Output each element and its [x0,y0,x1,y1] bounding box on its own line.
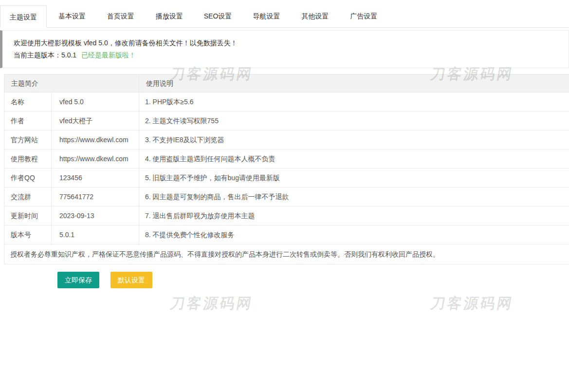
row-value: 775641772 [52,187,139,206]
table-row: 更新时间 2023-09-13 7. 退出售后群即视为放弃使用本主题 [4,206,569,225]
header-usage-notes: 使用说明 [139,75,569,93]
row-label: 版本号 [4,225,52,244]
tab-home-settings[interactable]: 首页设置 [97,5,144,27]
watermark-text: 刀客源码网 [168,294,255,314]
row-label: 名称 [4,93,52,112]
action-buttons: 立即保存 默认设置 [57,272,569,288]
row-label: 作者QQ [4,168,52,187]
row-label: 官方网站 [4,131,52,149]
row-value: 5.0.1 [52,225,139,244]
row-label: 作者 [4,112,52,131]
tab-other-settings[interactable]: 其他设置 [292,5,338,27]
row-instruction: 8. 不提供免费个性化修改服务 [139,225,569,244]
table-row: 作者 vfed大橙子 2. 主题文件读写权限755 [4,112,569,131]
copyright-notice: 授权者务必尊重知识产权，严格保证不恶意传播产品源码、不得直接对授权的产品本身进行… [4,244,569,264]
welcome-notice: 欢迎使用大橙影视模板 vfed 5.0，修改前请备份相关文件！以免数据丢失！ 当… [0,30,569,68]
table-row: 使用教程 https://www.dkewl.com 4. 使用盗版主题遇到任何… [4,149,569,168]
row-value: 123456 [52,168,139,187]
row-instruction: 4. 使用盗版主题遇到任何问题本人概不负责 [139,149,569,168]
save-button[interactable]: 立即保存 [57,272,99,288]
tab-play-settings[interactable]: 播放设置 [146,5,193,27]
tab-ad-settings[interactable]: 广告设置 [340,5,387,27]
default-settings-button[interactable]: 默认设置 [110,272,152,288]
row-label: 使用教程 [4,149,52,168]
table-row: 作者QQ 123456 5. 旧版主题不予维护，如有bug请使用最新版 [4,168,569,187]
current-version-text: 当前主题版本：5.0.1 [14,51,76,59]
row-instruction: 5. 旧版主题不予维护，如有bug请使用最新版 [139,168,569,187]
tab-basic-settings[interactable]: 基本设置 [49,5,95,27]
settings-tabbar: 主题设置 基本设置 首页设置 播放设置 SEO设置 导航设置 其他设置 广告设置 [0,0,569,28]
theme-info-section: 主题简介 使用说明 名称 vfed 5.0 1. PHP版本≥5.6 作者 vf… [4,74,569,264]
theme-info-table: 主题简介 使用说明 名称 vfed 5.0 1. PHP版本≥5.6 作者 vf… [4,74,569,264]
row-instruction: 6. 因主题是可复制的商品，售出后一律不予退款 [139,187,569,206]
table-footer-row: 授权者务必尊重知识产权，严格保证不恶意传播产品源码、不得直接对授权的产品本身进行… [4,244,569,264]
row-value: https://www.dkewl.com [52,131,139,149]
table-row: 官方网站 https://www.dkewl.com 3. 不支持IE8及以下浏… [4,131,569,149]
row-instruction: 1. PHP版本≥5.6 [139,93,569,112]
row-instruction: 3. 不支持IE8及以下浏览器 [139,131,569,149]
tab-nav-settings[interactable]: 导航设置 [243,5,290,27]
row-value: https://www.dkewl.com [52,149,139,168]
watermark-text: 刀客源码网 [429,294,515,314]
tab-theme-settings[interactable]: 主题设置 [0,5,47,28]
row-value: vfed 5.0 [52,93,139,112]
table-header-row: 主题简介 使用说明 [4,75,569,93]
latest-version-badge: 已经是最新版啦！ [81,51,136,59]
table-row: 版本号 5.0.1 8. 不提供免费个性化修改服务 [4,225,569,244]
notice-line-1: 欢迎使用大橙影视模板 vfed 5.0，修改前请备份相关文件！以免数据丢失！ [14,37,559,49]
table-row: 交流群 775641772 6. 因主题是可复制的商品，售出后一律不予退款 [4,187,569,206]
row-label: 更新时间 [4,206,52,225]
row-instruction: 2. 主题文件读写权限755 [139,112,569,131]
row-value: vfed大橙子 [52,112,139,131]
header-theme-intro: 主题简介 [4,75,139,93]
table-row: 名称 vfed 5.0 1. PHP版本≥5.6 [4,93,569,112]
row-label: 交流群 [4,187,52,206]
notice-line-2: 当前主题版本：5.0.1 已经是最新版啦！ [14,49,559,61]
tab-seo-settings[interactable]: SEO设置 [195,5,241,27]
row-instruction: 7. 退出售后群即视为放弃使用本主题 [139,206,569,225]
row-value: 2023-09-13 [52,206,139,225]
